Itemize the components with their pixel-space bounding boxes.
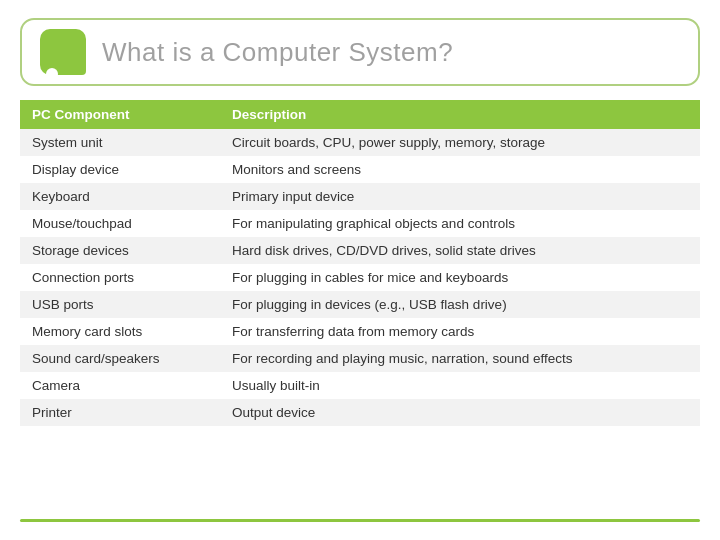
- cell-description: Usually built-in: [220, 372, 700, 399]
- cell-component: Keyboard: [20, 183, 220, 210]
- cell-component: Connection ports: [20, 264, 220, 291]
- column-header-description: Description: [220, 100, 700, 129]
- cell-description: For manipulating graphical objects and c…: [220, 210, 700, 237]
- cell-description: For plugging in cables for mice and keyb…: [220, 264, 700, 291]
- cell-description: Hard disk drives, CD/DVD drives, solid s…: [220, 237, 700, 264]
- cell-component: System unit: [20, 129, 220, 156]
- table-row: Storage devicesHard disk drives, CD/DVD …: [20, 237, 700, 264]
- table-row: CameraUsually built-in: [20, 372, 700, 399]
- table-row: USB portsFor plugging in devices (e.g., …: [20, 291, 700, 318]
- column-header-component: PC Component: [20, 100, 220, 129]
- page-title: What is a Computer System?: [102, 37, 453, 68]
- cell-component: Printer: [20, 399, 220, 426]
- cell-component: USB ports: [20, 291, 220, 318]
- cell-description: For recording and playing music, narrati…: [220, 345, 700, 372]
- table-row: Memory card slotsFor transferring data f…: [20, 318, 700, 345]
- cell-description: Primary input device: [220, 183, 700, 210]
- header-box: What is a Computer System?: [20, 18, 700, 86]
- table-row: Mouse/touchpadFor manipulating graphical…: [20, 210, 700, 237]
- cell-description: Circuit boards, CPU, power supply, memor…: [220, 129, 700, 156]
- cell-description: For transferring data from memory cards: [220, 318, 700, 345]
- cell-component: Mouse/touchpad: [20, 210, 220, 237]
- cell-component: Camera: [20, 372, 220, 399]
- cell-component: Memory card slots: [20, 318, 220, 345]
- cell-description: Monitors and screens: [220, 156, 700, 183]
- table-row: KeyboardPrimary input device: [20, 183, 700, 210]
- cell-component: Storage devices: [20, 237, 220, 264]
- pc-components-table: PC Component Description System unitCirc…: [20, 100, 700, 426]
- table-row: Sound card/speakersFor recording and pla…: [20, 345, 700, 372]
- cell-description: Output device: [220, 399, 700, 426]
- page-container: What is a Computer System? PC Component …: [0, 0, 720, 540]
- table-row: Connection portsFor plugging in cables f…: [20, 264, 700, 291]
- cell-component: Display device: [20, 156, 220, 183]
- bottom-line: [20, 519, 700, 522]
- table-row: PrinterOutput device: [20, 399, 700, 426]
- table-header-row: PC Component Description: [20, 100, 700, 129]
- table-row: System unitCircuit boards, CPU, power su…: [20, 129, 700, 156]
- chat-bubble-icon: [40, 29, 86, 75]
- cell-description: For plugging in devices (e.g., USB flash…: [220, 291, 700, 318]
- table-wrapper: PC Component Description System unitCirc…: [20, 100, 700, 503]
- cell-component: Sound card/speakers: [20, 345, 220, 372]
- table-row: Display deviceMonitors and screens: [20, 156, 700, 183]
